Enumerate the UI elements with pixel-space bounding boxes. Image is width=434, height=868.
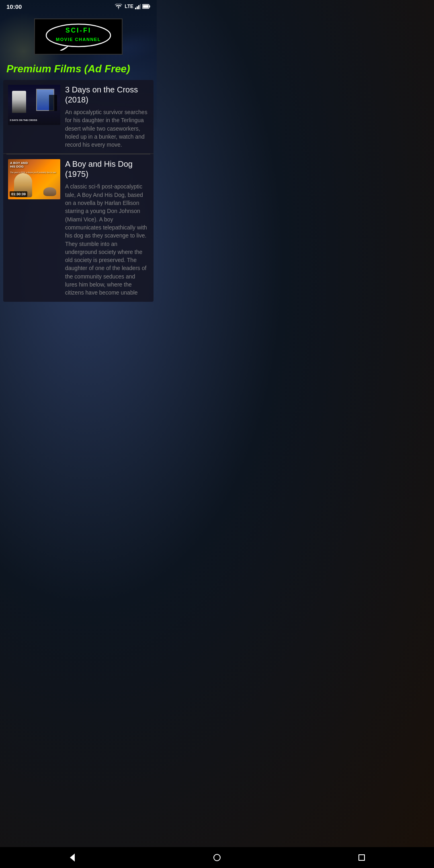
wifi-icon (115, 4, 122, 9)
svg-text:MOVIE CHANNEL: MOVIE CHANNEL (56, 37, 101, 42)
status-time: 10:00 (6, 3, 22, 10)
movie-info-2: A Boy and His Dog (1975) A classic sci-f… (65, 159, 149, 297)
signal-icon (135, 4, 141, 9)
logo-container: SCI-FI MOVIE CHANNEL (0, 12, 157, 59)
lte-label: LTE (125, 4, 133, 9)
movie-description-2: A classic sci-fi post-apocalyptic tale, … (65, 182, 149, 297)
poster-2-subtitle: The year is 2024: a future you'll probab… (10, 171, 58, 174)
movie-description-1: An apocalyptic survivor searches for his… (65, 108, 149, 149)
battery-icon (142, 4, 150, 9)
section-heading: Premium Films (Ad Free) (0, 59, 157, 80)
movie-thumbnail-2: A BOY AND HIS DOG The year is 2024: a fu… (8, 159, 60, 199)
status-icons: LTE (115, 4, 150, 9)
movie-list: 3 DAYS ON THE CROSS 3 Days on the Cross … (3, 80, 154, 302)
thumbnail-title-1: 3 DAYS ON THE CROSS (10, 119, 37, 122)
svg-rect-3 (140, 4, 141, 9)
poster-2-header: A BOY AND HIS DOG (10, 162, 58, 169)
duration-badge-2: 01:30:39 (10, 191, 27, 197)
movie-info-1: 3 Days on the Cross (2018) An apocalypti… (65, 85, 149, 149)
status-bar: 10:00 LTE (0, 0, 157, 12)
svg-rect-5 (149, 6, 150, 8)
svg-rect-2 (138, 5, 139, 9)
poster-2-dog (43, 187, 56, 196)
movie-thumbnail-1: 3 DAYS ON THE CROSS (8, 85, 60, 125)
movie-title-2: A Boy and His Dog (1975) (65, 159, 149, 179)
svg-text:SCI-FI: SCI-FI (66, 27, 91, 34)
svg-rect-1 (137, 6, 138, 9)
movie-card-1[interactable]: 3 DAYS ON THE CROSS 3 Days on the Cross … (3, 80, 154, 154)
logo-svg: SCI-FI MOVIE CHANNEL (44, 23, 113, 51)
poster-2-title-line2: HIS DOG (10, 165, 58, 169)
movie-title-1: 3 Days on the Cross (2018) (65, 85, 149, 105)
svg-rect-6 (143, 5, 149, 8)
svg-rect-0 (135, 8, 136, 9)
movie-card-2[interactable]: A BOY AND HIS DOG The year is 2024: a fu… (3, 154, 154, 301)
logo-box: SCI-FI MOVIE CHANNEL (34, 18, 123, 55)
